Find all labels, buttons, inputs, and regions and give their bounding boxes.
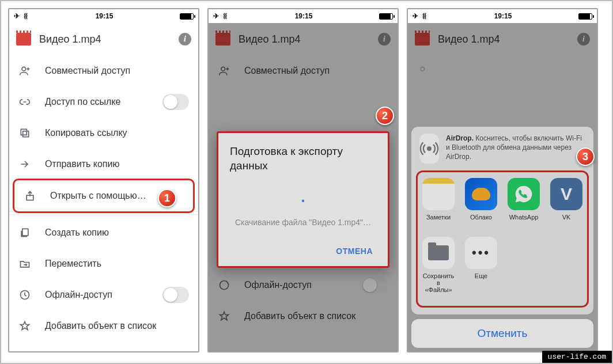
status-time: 19:15 (295, 12, 313, 20)
app-label: Еще (464, 272, 498, 279)
person-add-icon (18, 65, 31, 77)
share-sheet: AirDrop. Коснитесь, чтобы включить Wi-Fi… (411, 127, 593, 348)
offline-toggle[interactable] (162, 287, 189, 303)
app-label: Сохранить в«Файлы» (421, 272, 456, 293)
item-label: Копировать ссылку (45, 128, 189, 138)
item-offline[interactable]: Офлайн-доступ (9, 279, 198, 310)
item-link-access[interactable]: Доступ по ссылке (9, 86, 198, 117)
more-icon: ••• (465, 237, 497, 269)
status-time: 19:15 (96, 12, 113, 20)
export-dialog: Подготовка к экспорту данных • Скачивани… (217, 131, 389, 268)
movie-icon (16, 33, 31, 46)
item-move[interactable]: Переместить (9, 248, 198, 279)
item-copy-link[interactable]: Копировать ссылку (9, 117, 198, 149)
spinner-icon: • (230, 196, 376, 206)
svg-rect-4 (22, 229, 28, 236)
screenshot-3: ✈⧛ 19:15 Видео 1.mp4 i (407, 8, 598, 352)
dialog-title: Подготовка к экспорту данных (230, 145, 376, 173)
separator (9, 214, 198, 215)
copy-icon (18, 127, 31, 139)
wifi-icon: ⧛ (22, 12, 29, 20)
svg-rect-1 (23, 131, 29, 137)
item-label: Создать копию (45, 227, 189, 238)
item-label: Добавить объект в список (45, 321, 189, 331)
battery-icon (578, 13, 592, 20)
app-label: WhatsApp (506, 214, 541, 221)
screenshot-1: ✈⧛ 19:15 Видео 1.mp4 i Совместный доступ… (8, 8, 199, 352)
arrow-right-icon (18, 158, 31, 170)
app-save-to-files[interactable]: Сохранить в«Файлы» (421, 237, 456, 293)
dialog-cancel-button[interactable]: ОТМЕНА (332, 242, 376, 260)
app-more[interactable]: ••• Еще (464, 237, 498, 293)
airdrop-icon (419, 134, 439, 164)
share-apps-row: Заметки Облако WhatsApp V VK (416, 170, 589, 308)
callout-badge-1: 1 (158, 189, 176, 207)
wifi-icon: ⧛ (221, 12, 228, 20)
callout-badge-2: 2 (376, 107, 394, 125)
airdrop-text: AirDrop. Коснитесь, чтобы включить Wi-Fi… (446, 134, 585, 162)
svg-point-9 (427, 147, 431, 150)
item-label: Отправить копию (45, 159, 189, 169)
vk-icon: V (550, 178, 582, 210)
file-title: Видео 1.mp4 (39, 33, 171, 46)
item-share-access[interactable]: Совместный доступ (9, 55, 198, 86)
offline-icon (18, 289, 31, 301)
app-label: VK (549, 214, 584, 221)
file-header: Видео 1.mp4 i (9, 23, 198, 55)
screenshot-2: ✈⧛ 19:15 Видео 1.mp4 i Совместный доступ (207, 8, 399, 352)
folder-move-icon (18, 257, 31, 270)
item-send-copy[interactable]: Отправить копию (9, 149, 198, 180)
status-bar: ✈⧛ 19:15 (9, 9, 198, 23)
app-whatsapp[interactable]: WhatsApp (506, 178, 541, 221)
dialog-subtitle: Скачивание файла "Видео 1.mp4"… (230, 218, 376, 227)
battery-icon (379, 13, 393, 20)
item-label: Совместный доступ (45, 66, 189, 76)
airplane-icon: ✈ (14, 12, 20, 20)
svg-point-0 (22, 67, 26, 71)
files-icon (422, 237, 455, 269)
share-up-icon (24, 189, 36, 202)
wifi-icon: ⧛ (421, 12, 427, 20)
watermark: user-life.com (542, 351, 612, 363)
share-cancel-button[interactable]: Отменить (411, 319, 593, 348)
airdrop-row[interactable]: AirDrop. Коснитесь, чтобы включить Wi-Fi… (417, 134, 588, 164)
app-vk[interactable]: V VK (549, 178, 584, 221)
app-cloud[interactable]: Облако (464, 178, 498, 221)
item-label: Доступ по ссылке (45, 97, 149, 107)
app-label: Облако (464, 214, 498, 221)
link-icon (18, 96, 31, 108)
status-time: 19:15 (494, 12, 512, 20)
cloud-icon (465, 178, 497, 210)
link-access-toggle[interactable] (162, 94, 189, 110)
info-button[interactable]: i (179, 33, 191, 46)
svg-rect-2 (21, 129, 27, 135)
status-bar: ✈⧛ 19:15 (408, 9, 597, 23)
item-label: Переместить (45, 259, 189, 269)
callout-badge-3: 3 (576, 147, 595, 166)
item-label: Офлайн-доступ (45, 290, 149, 300)
app-notes[interactable]: Заметки (421, 178, 456, 221)
battery-icon (180, 13, 194, 20)
star-icon (18, 320, 31, 332)
status-bar: ✈⧛ 19:15 (209, 9, 398, 23)
item-make-copy[interactable]: Создать копию (9, 217, 198, 248)
whatsapp-icon (508, 178, 540, 210)
airplane-icon: ✈ (413, 12, 418, 20)
app-label: Заметки (421, 214, 456, 221)
notes-icon (422, 178, 455, 210)
airplane-icon: ✈ (213, 12, 219, 20)
duplicate-icon (18, 226, 31, 239)
item-add-to-list[interactable]: Добавить объект в список (9, 310, 198, 342)
